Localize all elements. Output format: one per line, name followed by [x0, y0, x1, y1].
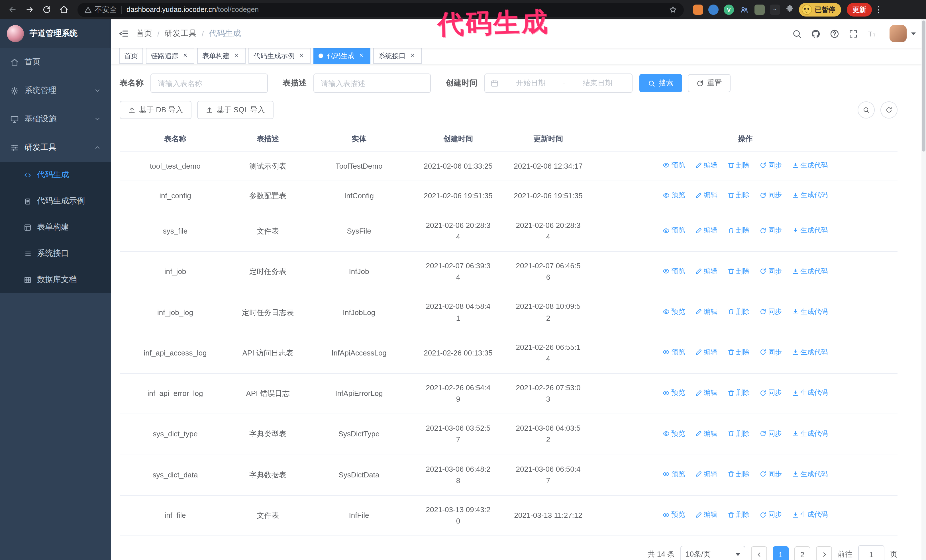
user-menu[interactable]: [890, 25, 916, 42]
scrollbar-thumb[interactable]: [922, 21, 925, 151]
sidebar-item-codegen-example[interactable]: 代码生成示例: [0, 188, 111, 214]
generate-code-link[interactable]: 生成代码: [792, 306, 828, 317]
profile-paused-chip[interactable]: 已暂停: [799, 3, 841, 17]
preview-link[interactable]: 预览: [663, 266, 685, 276]
tab-system-api[interactable]: 系统接口×: [373, 48, 422, 64]
bookmark-star-button[interactable]: [669, 5, 677, 14]
fullscreen-button[interactable]: [849, 29, 858, 38]
preview-link[interactable]: 预览: [663, 469, 685, 479]
delete-link[interactable]: 删除: [728, 388, 750, 398]
vue-devtools-icon[interactable]: V: [724, 5, 734, 15]
close-icon[interactable]: ×: [298, 52, 306, 60]
sync-link[interactable]: 同步: [760, 388, 782, 398]
sync-link[interactable]: 同步: [760, 160, 782, 171]
generate-code-link[interactable]: 生成代码: [792, 347, 828, 358]
delete-link[interactable]: 删除: [728, 306, 750, 317]
goto-page-input[interactable]: [858, 545, 884, 560]
browser-back-button[interactable]: [5, 2, 21, 18]
generate-code-link[interactable]: 生成代码: [792, 388, 828, 398]
font-size-button[interactable]: TT: [867, 29, 877, 38]
header-search-button[interactable]: [792, 29, 802, 38]
generate-code-link[interactable]: 生成代码: [792, 469, 828, 479]
browser-reload-button[interactable]: [39, 2, 55, 18]
tab-form-builder[interactable]: 表单构建×: [197, 48, 246, 64]
next-page-button[interactable]: [816, 546, 832, 560]
browser-menu-button[interactable]: ⋮: [873, 5, 884, 15]
generate-code-link[interactable]: 生成代码: [792, 190, 828, 201]
delete-link[interactable]: 删除: [728, 469, 750, 479]
generate-code-link[interactable]: 生成代码: [792, 428, 828, 439]
tab-tracing[interactable]: 链路追踪×: [146, 48, 194, 64]
close-icon[interactable]: ×: [233, 52, 241, 60]
generate-code-link[interactable]: 生成代码: [792, 266, 828, 276]
table-desc-input[interactable]: [313, 74, 431, 93]
address-bar[interactable]: 不安全 dashboard.yudao.iocoder.cn/tool/code…: [77, 3, 684, 17]
github-link[interactable]: [811, 29, 820, 38]
edit-link[interactable]: 编辑: [695, 306, 717, 317]
extension-icon-people[interactable]: [739, 5, 749, 15]
security-indicator[interactable]: 不安全: [84, 5, 117, 15]
sync-link[interactable]: 同步: [760, 510, 782, 520]
edit-link[interactable]: 编辑: [695, 347, 717, 358]
delete-link[interactable]: 删除: [728, 225, 750, 236]
delete-link[interactable]: 删除: [728, 160, 750, 171]
toggle-search-button[interactable]: [858, 101, 875, 118]
reset-button[interactable]: 重置: [688, 74, 731, 92]
edit-link[interactable]: 编辑: [695, 388, 717, 398]
tab-codegen[interactable]: 代码生成×: [313, 48, 371, 64]
app-logo[interactable]: 芋道管理系统: [0, 20, 111, 48]
delete-link[interactable]: 删除: [728, 266, 750, 276]
edit-link[interactable]: 编辑: [695, 469, 717, 479]
browser-home-button[interactable]: [56, 2, 72, 18]
sidebar-item-form-builder[interactable]: 表单构建: [0, 214, 111, 240]
breadcrumb-home[interactable]: 首页: [136, 29, 152, 39]
extension-icon-blue[interactable]: [708, 5, 719, 15]
sidebar-item-devtools[interactable]: 研发工具: [0, 133, 111, 162]
breadcrumb-devtools[interactable]: 研发工具: [165, 29, 197, 39]
preview-link[interactable]: 预览: [663, 160, 685, 171]
sidebar-item-system[interactable]: 系统管理: [0, 76, 111, 105]
table-name-input[interactable]: [150, 74, 268, 93]
import-sql-button[interactable]: 基于 SQL 导入: [197, 101, 274, 119]
search-button[interactable]: 搜索: [639, 74, 682, 92]
edit-link[interactable]: 编辑: [695, 225, 717, 236]
extension-icon-orange[interactable]: [693, 5, 703, 15]
preview-link[interactable]: 预览: [663, 388, 685, 398]
preview-link[interactable]: 预览: [663, 225, 685, 236]
edit-link[interactable]: 编辑: [695, 160, 717, 171]
page-2-button[interactable]: 2: [794, 546, 810, 560]
preview-link[interactable]: 预览: [663, 428, 685, 439]
close-icon[interactable]: ×: [357, 52, 365, 60]
delete-link[interactable]: 删除: [728, 190, 750, 201]
page-size-select[interactable]: 10条/页: [680, 546, 745, 560]
browser-forward-button[interactable]: [22, 2, 38, 18]
preview-link[interactable]: 预览: [663, 190, 685, 201]
sync-link[interactable]: 同步: [760, 347, 782, 358]
sync-link[interactable]: 同步: [760, 190, 782, 201]
browser-update-button[interactable]: 更新: [847, 3, 872, 17]
refresh-table-button[interactable]: [881, 101, 897, 118]
date-range-picker[interactable]: 开始日期 - 结束日期: [484, 74, 632, 93]
import-db-button[interactable]: 基于 DB 导入: [120, 101, 192, 119]
extension-icon-green[interactable]: [755, 5, 765, 15]
extensions-menu-button[interactable]: [785, 5, 794, 15]
sync-link[interactable]: 同步: [760, 469, 782, 479]
generate-code-link[interactable]: 生成代码: [792, 160, 828, 171]
scrollbar[interactable]: [921, 20, 926, 560]
delete-link[interactable]: 删除: [728, 347, 750, 358]
tab-codegen-example[interactable]: 代码生成示例×: [248, 48, 310, 64]
close-icon[interactable]: ×: [181, 52, 189, 60]
preview-link[interactable]: 预览: [663, 306, 685, 317]
sync-link[interactable]: 同步: [760, 225, 782, 236]
sidebar-item-codegen[interactable]: 代码生成: [0, 162, 111, 188]
sync-link[interactable]: 同步: [760, 428, 782, 439]
edit-link[interactable]: 编辑: [695, 428, 717, 439]
edit-link[interactable]: 编辑: [695, 266, 717, 276]
sidebar-item-system-api[interactable]: 系统接口: [0, 240, 111, 267]
generate-code-link[interactable]: 生成代码: [792, 225, 828, 236]
sidebar-item-infrastructure[interactable]: 基础设施: [0, 105, 111, 133]
delete-link[interactable]: 删除: [728, 428, 750, 439]
tab-home[interactable]: 首页: [119, 48, 143, 64]
extension-icon-dark[interactable]: ··: [770, 5, 780, 15]
preview-link[interactable]: 预览: [663, 510, 685, 520]
